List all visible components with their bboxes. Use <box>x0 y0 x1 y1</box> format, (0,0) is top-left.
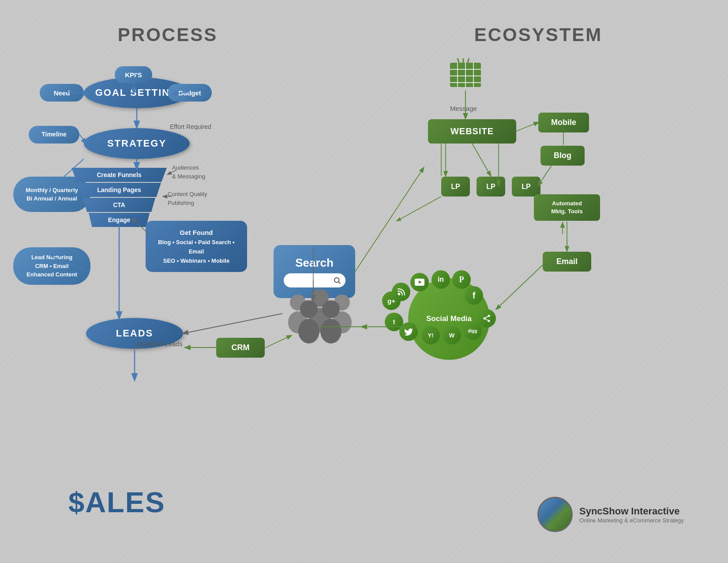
audiences-label: Audiences& Messaging <box>172 163 205 181</box>
message-label: Message <box>450 104 477 113</box>
share-icon <box>477 309 496 328</box>
svg-line-16 <box>485 319 488 320</box>
funnel-create-funnels: Create Funnels <box>66 168 172 182</box>
svg-line-61 <box>355 168 424 272</box>
svg-line-49 <box>516 122 538 131</box>
svg-point-26 <box>300 300 318 318</box>
googleplus-icon: g+ <box>382 291 401 310</box>
svg-point-15 <box>488 320 490 322</box>
svg-point-18 <box>334 278 339 283</box>
svg-point-27 <box>298 319 319 344</box>
digg-icon: digg <box>463 321 482 340</box>
funnel-landing-pages: Landing Pages <box>72 183 165 197</box>
funnel-container: Create Funnels Landing Pages CTA Engage <box>66 168 172 228</box>
wordpress-icon: W <box>443 326 461 344</box>
main-container: PROCESS ECOSYSTEM GOAL SETTING STRATEGY … <box>0 0 728 563</box>
svg-line-2 <box>468 58 469 63</box>
logo-circle <box>537 497 573 532</box>
svg-line-0 <box>458 58 459 63</box>
lp1-box: LP <box>441 177 470 196</box>
svg-point-13 <box>488 315 490 317</box>
sales-text: $ALES <box>68 486 165 519</box>
svg-line-45 <box>183 314 282 333</box>
svg-line-53 <box>472 144 491 176</box>
mobile-box: Mobile <box>538 113 589 132</box>
qualified-leads-label: Qualified Leads <box>137 339 183 348</box>
budget-label: Budget <box>168 84 212 102</box>
svg-point-29 <box>320 319 341 344</box>
lead-nurturing-text: Lead NurturingCRM • EmailEnhanced Conten… <box>26 253 77 279</box>
svg-line-64 <box>397 196 441 221</box>
content-quality-label: Content QualityPublishing <box>168 190 207 207</box>
heading-ecosystem: ECOSYSTEM <box>379 24 697 45</box>
email-box: Email <box>543 252 591 272</box>
twitter-icon <box>399 322 418 341</box>
effort-required-label: Effort Required <box>170 123 211 132</box>
lp2-box: LP <box>477 177 505 196</box>
lp3-box: LP <box>512 177 540 196</box>
facebook-icon: f <box>465 286 483 305</box>
logo-name: SyncShow Interactive <box>579 506 684 517</box>
kpis-label: KPI'S <box>115 66 152 83</box>
search-label: Search <box>295 256 334 270</box>
timeline-label: Timeline <box>29 126 79 144</box>
strategy-ellipse: STRATEGY <box>84 128 190 159</box>
blog-box: Blog <box>540 146 585 166</box>
need-label: Need <box>40 84 84 102</box>
svg-line-17 <box>485 316 488 317</box>
svg-line-57 <box>496 265 543 309</box>
logo-tagline: Online Marketing & eCommerce Strategy <box>579 517 684 524</box>
youtube-icon <box>410 273 429 291</box>
funnel-cta: CTA <box>79 198 159 212</box>
website-box: WEBSITE <box>428 119 516 144</box>
svg-point-28 <box>322 300 340 318</box>
get-found-channels: Blog • Social • Paid Search • EmailSEO •… <box>150 238 243 265</box>
logo-text-block: SyncShow Interactive Online Marketing & … <box>579 506 684 524</box>
lead-nurturing-label: Lead NurturingCRM • EmailEnhanced Conten… <box>13 247 90 285</box>
keyboard-icon <box>448 57 483 91</box>
get-found-box: Get Found Blog • Social • Paid Search • … <box>146 221 247 272</box>
linkedin-icon: in <box>432 270 450 289</box>
heading-process: PROCESS <box>53 24 282 45</box>
svg-point-14 <box>484 317 486 320</box>
logo-area: SyncShow Interactive Online Marketing & … <box>537 497 684 532</box>
funnel-engage: Engage <box>85 213 153 227</box>
pinterest-icon: P <box>452 270 471 289</box>
automated-tools-box: AutomatedMktg. Tools <box>534 194 600 221</box>
automated-text: AutomatedMktg. Tools <box>551 200 582 215</box>
get-found-text: Get Found <box>150 227 243 238</box>
yahoo-icon: Y! <box>421 326 440 344</box>
people-icon <box>285 283 355 344</box>
crm-box: CRM <box>216 338 265 358</box>
